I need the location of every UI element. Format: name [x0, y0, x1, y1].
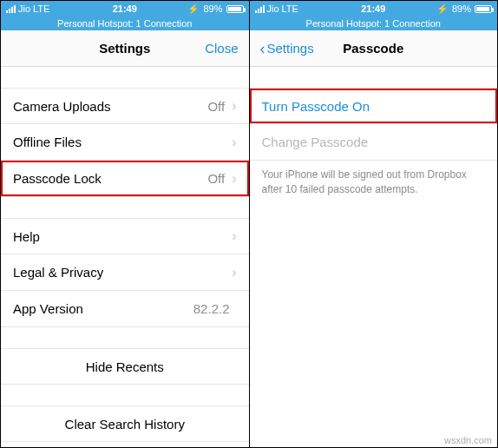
status-bar: Jio LTE 21:49 ⚡ 89%	[250, 1, 498, 16]
network-label: LTE	[33, 3, 49, 14]
row-offline-files[interactable]: Offline Files ›	[1, 124, 249, 161]
hotspot-banner[interactable]: Personal Hotspot: 1 Connection	[1, 16, 249, 30]
row-clear-cache[interactable]: Clear Cache	[1, 442, 249, 447]
row-label: Hide Recents	[86, 359, 164, 374]
bluetooth-icon: ⚡	[436, 3, 449, 15]
carrier-label: Jio	[18, 3, 30, 14]
row-turn-passcode-on[interactable]: Turn Passcode On	[250, 88, 498, 124]
row-label: Passcode Lock	[13, 171, 207, 186]
row-label: Turn Passcode On	[262, 99, 486, 114]
nav-bar: Settings Close	[1, 30, 249, 67]
row-label: Clear Search History	[65, 417, 185, 432]
watermark: wsxdn.com	[444, 435, 492, 445]
battery-icon	[226, 5, 244, 13]
nav-title: Passcode	[343, 41, 403, 56]
row-label: Legal & Privacy	[13, 265, 232, 280]
nav-title: Settings	[99, 41, 150, 56]
row-value: 82.2.2	[193, 301, 230, 316]
row-value: Off	[207, 171, 225, 186]
row-change-passcode: Change Passcode	[250, 124, 498, 161]
row-help[interactable]: Help ›	[1, 218, 249, 254]
chevron-right-icon: ›	[232, 135, 236, 150]
bluetooth-icon: ⚡	[187, 3, 200, 15]
clock: 21:49	[113, 3, 137, 14]
row-label: App Version	[13, 301, 193, 316]
network-label: LTE	[282, 3, 298, 14]
battery-pct: 89%	[452, 3, 471, 14]
status-bar: Jio LTE 21:49 ⚡ 89%	[1, 1, 249, 16]
row-clear-search-history[interactable]: Clear Search History	[1, 405, 249, 442]
row-label: Camera Uploads	[13, 99, 207, 114]
row-app-version: App Version 82.2.2	[1, 291, 249, 327]
hotspot-banner[interactable]: Personal Hotspot: 1 Connection	[250, 16, 498, 30]
row-hide-recents[interactable]: Hide Recents	[1, 348, 249, 385]
chevron-right-icon: ›	[232, 98, 236, 114]
row-label: Help	[13, 229, 232, 244]
close-button[interactable]: Close	[205, 41, 238, 56]
chevron-left-icon: ‹	[260, 41, 265, 56]
battery-icon	[475, 5, 492, 13]
clock: 21:49	[361, 3, 385, 14]
back-label: Settings	[267, 41, 314, 56]
chevron-right-icon: ›	[232, 171, 236, 187]
chevron-right-icon: ›	[232, 228, 236, 244]
chevron-right-icon: ›	[232, 265, 236, 280]
signal-icon	[6, 5, 16, 13]
nav-bar: ‹ Settings Passcode	[250, 30, 498, 67]
back-button[interactable]: ‹ Settings	[260, 41, 314, 56]
battery-pct: 89%	[203, 3, 222, 14]
row-passcode-lock[interactable]: Passcode Lock Off ›	[1, 161, 249, 197]
carrier-label: Jio	[267, 3, 279, 14]
row-legal-privacy[interactable]: Legal & Privacy ›	[1, 254, 249, 291]
passcode-footer-note: Your iPhone will be signed out from Drop…	[250, 161, 498, 204]
row-value: Off	[207, 99, 225, 114]
signal-icon	[255, 5, 265, 13]
row-label: Change Passcode	[262, 135, 486, 149]
row-label: Offline Files	[13, 135, 232, 149]
row-camera-uploads[interactable]: Camera Uploads Off ›	[1, 88, 249, 124]
